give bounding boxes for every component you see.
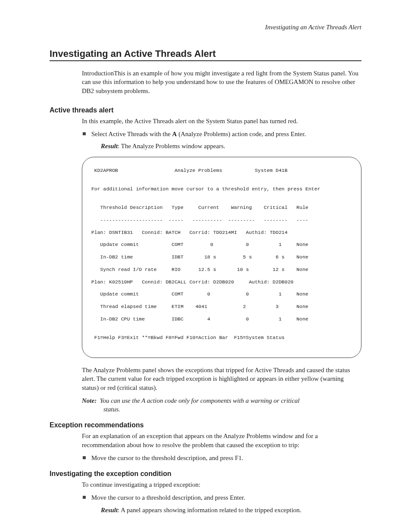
- active-threads-intro: In this example, the Active Threads aler…: [82, 117, 361, 125]
- step-move-cursor-enter: Move the cursor to a threshold descripti…: [82, 493, 361, 514]
- intro-paragraph: IntroductionThis is an example of how yo…: [82, 69, 361, 95]
- active-threads-block: In this example, the Active Threads aler…: [82, 117, 361, 414]
- page: Investigating an Active Threads Alert In…: [0, 0, 411, 532]
- terminal-line: F1=Help F3=Exit **=Bkwd F8=Fwd F10=Actio…: [88, 335, 355, 341]
- result-text-2: : A panel appears showing information re…: [118, 507, 301, 513]
- exception-recs-intro: For an explanation of an exception that …: [82, 432, 361, 449]
- note-text-line1b: You can use the A action code only for c…: [100, 397, 300, 404]
- result-line-2: Result: A panel appears showing informat…: [101, 506, 361, 514]
- step-text-pre: Select Active Threads with the: [91, 131, 172, 137]
- subhead-active-threads: Active threads alert: [50, 106, 361, 114]
- terminal-line: Plan: DSNTIB31 Connid: BATCH Corrid: TDO…: [88, 230, 355, 236]
- step-text: Move the cursor to a threshold descripti…: [91, 494, 245, 501]
- step-move-cursor-f1: Move the cursor to the threshold descrip…: [82, 454, 361, 462]
- note-label: Note:: [82, 397, 97, 404]
- terminal-line: In-DB2 time IDBT 18 s 5 s 6 s None: [88, 254, 355, 260]
- terminal-line: Thread elapsed time ETIM 4041 2 3 None: [88, 304, 355, 310]
- running-head: Investigating an Active Threads Alert: [50, 24, 361, 31]
- page-title: Investigating an Active Threads Alert: [50, 48, 361, 61]
- step-text-bold: A: [172, 131, 177, 137]
- result-line: Result: The Analyze Problems window appe…: [101, 142, 361, 150]
- exception-recs-steps: Move the cursor to the threshold descrip…: [82, 454, 361, 462]
- investigating-steps: Move the cursor to a threshold descripti…: [82, 493, 361, 514]
- exception-recs-block: For an explanation of an exception that …: [82, 432, 361, 462]
- step-text-post: (Analyze Problems) action code, and pres…: [177, 131, 306, 137]
- note-text-line2: status.: [103, 405, 361, 414]
- subhead-exception-recs: Exception recommendations: [50, 421, 361, 429]
- note-block: Note: You can use the A action code only…: [82, 396, 361, 414]
- result-label: Result: [101, 143, 118, 149]
- terminal-line: --------------------- ----- ---------- -…: [88, 217, 355, 223]
- active-threads-steps: Select Active Threads with the A (Analyz…: [82, 130, 361, 151]
- terminal-line: Update commit COMT 0 0 1 None: [88, 242, 355, 248]
- subhead-investigating: Investigating the exception condition: [50, 470, 361, 478]
- result-text: : The Analyze Problems window appears.: [118, 143, 225, 149]
- terminal-line: KD2APROB Analyze Problems System D41B: [88, 168, 355, 174]
- terminal-line: In-DB2 CPU time IDBC 4 0 1 None: [88, 316, 355, 322]
- step-select-active-threads: Select Active Threads with the A (Analyz…: [82, 130, 361, 151]
- result-label-2: Result: [101, 507, 118, 513]
- terminal-line: Update commit COMT 0 0 1 None: [88, 291, 355, 297]
- terminal-line: For additional information move cursor t…: [88, 186, 355, 192]
- investigating-intro: To continue investigating a tripped exce…: [82, 480, 361, 489]
- terminal-line: Synch read I/O rate RIO 12.5 s 10 s 12 s…: [88, 267, 355, 273]
- terminal-panel: KD2APROB Analyze Problems System D41B Fo…: [82, 157, 361, 358]
- after-terminal-paragraph: The Analyze Problems panel shows the exc…: [82, 366, 361, 392]
- investigating-block: To continue investigating a tripped exce…: [82, 480, 361, 514]
- terminal-line: Threshold Description Type Current Warni…: [88, 205, 355, 211]
- terminal-line: Plan: K02510HP Connid: DB2CALL Corrid: D…: [88, 279, 355, 285]
